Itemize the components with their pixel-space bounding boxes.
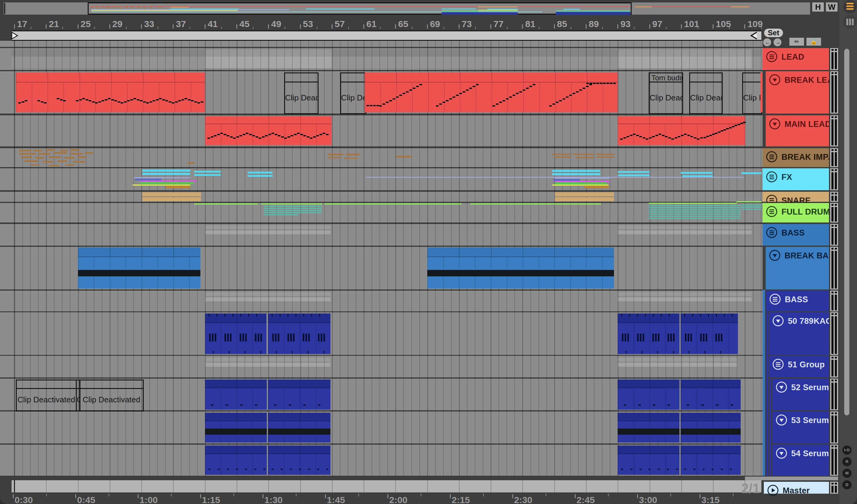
mixer-toggle-d[interactable]: D (842, 480, 852, 489)
arrangement-overview[interactable] (4, 2, 810, 15)
unfold-circle-icon[interactable] (766, 206, 777, 217)
track-header-break-lead[interactable]: BREAK LEAD (766, 71, 829, 114)
track-header-group51[interactable]: 51 Group (769, 356, 829, 377)
track-lane-full-drums[interactable] (0, 203, 762, 223)
clip-red-sliver[interactable] (760, 72, 762, 112)
clip-deactivated[interactable]: Clip Deactivated (340, 72, 366, 114)
unfold-circle-icon[interactable] (773, 359, 784, 370)
mixer-panel-toggle-icon[interactable] (843, 15, 857, 29)
unfold-circle-icon[interactable] (770, 294, 780, 305)
clip-navy[interactable] (205, 380, 267, 410)
clip-red[interactable] (16, 72, 205, 112)
track-header-bass2[interactable]: BASS (766, 291, 829, 311)
master-track-lane[interactable] (12, 480, 761, 492)
midi-note-dash (98, 101, 101, 103)
hamburger-menu-icon[interactable] (843, 0, 857, 13)
clip-navy[interactable] (618, 313, 679, 354)
clip-navy[interactable] (205, 313, 267, 354)
track-header-kage[interactable]: 50 789KAGE_T (769, 312, 829, 355)
clip-navy[interactable] (268, 313, 331, 354)
fold-arrow-icon[interactable] (769, 250, 780, 261)
clip-deactivated[interactable]: Clip Deactivated (16, 380, 77, 412)
clip-deactivated[interactable]: Tom budirClip Deactivated (649, 72, 683, 114)
track-header-break-bass[interactable]: BREAK BASS (766, 247, 829, 290)
clip-strip[interactable] (618, 358, 737, 362)
track-lane-break-impact[interactable] (0, 148, 762, 167)
clip-strip[interactable] (618, 363, 737, 367)
clip-strip[interactable] (618, 230, 752, 234)
set-button[interactable]: Set (764, 29, 783, 37)
clip-tan[interactable] (555, 197, 614, 201)
clip-strip[interactable] (205, 363, 331, 367)
clip-navy[interactable] (618, 446, 679, 475)
clip-navy[interactable] (680, 380, 741, 410)
clip-navy[interactable] (618, 380, 679, 410)
clip-deactivated[interactable]: Clip Deactivated (742, 72, 762, 114)
fold-arrow-icon[interactable] (769, 74, 780, 85)
clip-navy[interactable] (268, 380, 331, 410)
fold-arrow-icon[interactable] (769, 118, 780, 129)
clip-tan[interactable] (142, 197, 201, 201)
zoom-height-button[interactable]: H (812, 2, 824, 12)
fold-arrow-icon[interactable] (776, 382, 787, 393)
clip-tan[interactable] (142, 192, 201, 196)
clip-navy[interactable] (618, 413, 679, 442)
unfold-circle-icon[interactable] (766, 151, 777, 162)
track-header-master[interactable]: Master (764, 482, 829, 494)
clip-navy[interactable] (205, 413, 267, 442)
clip-strip[interactable] (205, 225, 331, 229)
clip-tan[interactable] (555, 192, 614, 196)
track-header-main-lead[interactable]: MAIN LEAD (766, 115, 829, 146)
clip-navy[interactable] (268, 413, 331, 442)
track-header-break-impact[interactable]: BREAK IMPACT (762, 148, 829, 167)
play-circle-icon[interactable] (768, 485, 778, 496)
clip-red[interactable] (365, 72, 618, 112)
clip-strip[interactable] (618, 225, 752, 229)
clip-navy[interactable] (680, 313, 738, 354)
track-header-lead[interactable]: LEAD (762, 48, 829, 70)
fold-arrow-icon[interactable] (773, 315, 784, 326)
unfold-circle-icon[interactable] (766, 51, 777, 62)
clip-strip[interactable] (618, 292, 752, 296)
track-header-fx[interactable]: FX (762, 168, 829, 190)
track-header-serum53[interactable]: 53 Serum (772, 412, 829, 444)
track-header-serum52[interactable]: 52 Serum (772, 379, 829, 410)
unfold-circle-icon[interactable] (766, 171, 777, 182)
lock-envelopes-icon[interactable]: 🔒 (806, 38, 821, 46)
clip-navy[interactable] (680, 413, 741, 442)
clip-strip[interactable] (205, 297, 331, 301)
zoom-width-button[interactable]: W (826, 2, 838, 12)
track-lane-spacer-lane[interactable] (0, 41, 762, 47)
mixer-toggle-r[interactable]: R (842, 457, 852, 466)
clip-deactivated[interactable]: Clip Deactivated (689, 72, 723, 114)
track-header-bass[interactable]: BASS (762, 224, 829, 246)
vertical-scrollbar[interactable] (844, 49, 850, 415)
track-header-full-drums[interactable]: FULL DRUMS (762, 203, 829, 223)
clip-deactivated[interactable]: Clip Deactivated (79, 380, 144, 412)
clip-strip[interactable] (205, 292, 331, 296)
clip-strip[interactable] (205, 230, 331, 234)
clip-navy[interactable] (205, 446, 267, 475)
mixer-toggle-m[interactable]: M (842, 469, 852, 478)
mixer-toggle-io[interactable]: I-O (842, 446, 852, 455)
horizontal-scrollbar[interactable] (745, 476, 838, 480)
clip-navy[interactable] (268, 446, 331, 475)
clip-strip[interactable] (618, 297, 752, 301)
clip-blue[interactable] (78, 247, 200, 289)
clip-navy[interactable] (680, 446, 741, 475)
unfold-circle-icon[interactable] (766, 227, 777, 238)
track-header-serum54[interactable]: 54 Serum (772, 445, 829, 476)
clip-blue[interactable] (427, 247, 614, 289)
nav-back-icon[interactable]: ← (763, 38, 771, 46)
nav-forward-icon[interactable]: → (774, 38, 782, 46)
clip-strip[interactable] (205, 358, 331, 362)
track-lane-snare[interactable] (0, 192, 762, 202)
fold-arrow-icon[interactable] (776, 448, 787, 459)
scrub-area[interactable] (12, 31, 761, 41)
clip-deactivated[interactable]: Clip Deactivated (284, 72, 319, 114)
fold-arrow-icon[interactable] (776, 415, 787, 425)
draw-mode-icon[interactable]: ✏ (789, 38, 804, 46)
track-header-snare[interactable]: SNARE (762, 192, 829, 202)
clip-red[interactable] (618, 116, 745, 145)
clip-red[interactable] (205, 116, 332, 145)
